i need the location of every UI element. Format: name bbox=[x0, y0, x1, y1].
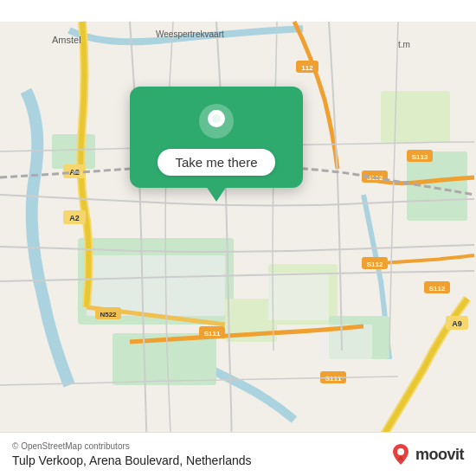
location-pin-icon bbox=[197, 102, 235, 140]
svg-rect-7 bbox=[381, 91, 450, 143]
map-background: A2 A2 A9 S112 S113 S112 S112 S111 S111 N… bbox=[0, 0, 476, 476]
svg-rect-9 bbox=[87, 255, 225, 316]
moovit-brand-text: moovit bbox=[415, 446, 464, 464]
svg-text:S111: S111 bbox=[325, 375, 342, 383]
take-me-there-button[interactable]: Take me there bbox=[158, 149, 274, 176]
map-popup[interactable]: Take me there bbox=[130, 87, 303, 188]
svg-text:112: 112 bbox=[301, 64, 313, 72]
svg-text:A9: A9 bbox=[452, 319, 462, 328]
svg-point-40 bbox=[397, 448, 404, 455]
svg-text:Weespertrekvaart: Weespertrekvaart bbox=[156, 29, 224, 39]
location-label: Tulp Verkoop, Arena Boulevard, Netherlan… bbox=[12, 453, 252, 467]
svg-text:N522: N522 bbox=[100, 311, 117, 318]
moovit-icon bbox=[390, 442, 411, 466]
svg-text:t.m: t.m bbox=[398, 40, 410, 49]
svg-rect-6 bbox=[52, 134, 95, 169]
svg-text:Amstel: Amstel bbox=[52, 35, 81, 45]
map-container: A2 A2 A9 S112 S113 S112 S112 S111 S111 N… bbox=[0, 0, 476, 476]
svg-text:S111: S111 bbox=[204, 330, 221, 338]
svg-text:S112: S112 bbox=[367, 261, 383, 268]
osm-attribution: © OpenStreetMap contributors bbox=[12, 441, 252, 451]
moovit-logo: moovit bbox=[390, 442, 464, 466]
svg-text:A2: A2 bbox=[69, 214, 80, 222]
svg-rect-10 bbox=[268, 273, 329, 320]
svg-text:S113: S113 bbox=[412, 153, 428, 161]
bottom-bar: © OpenStreetMap contributors Tulp Verkoo… bbox=[0, 432, 476, 476]
location-info: © OpenStreetMap contributors Tulp Verkoo… bbox=[12, 441, 252, 467]
svg-text:S112: S112 bbox=[429, 285, 446, 293]
